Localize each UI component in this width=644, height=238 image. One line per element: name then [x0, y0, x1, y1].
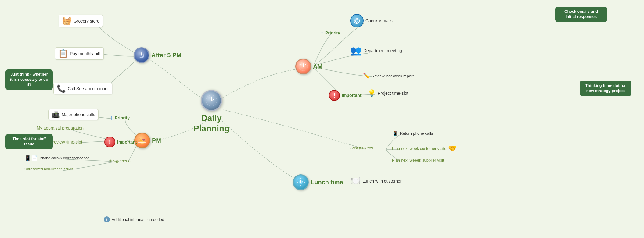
handshake-icon: 🤝 — [448, 144, 456, 152]
am-important-label: Important — [342, 93, 362, 98]
food-icon: 🍽️ — [351, 176, 361, 186]
svg-point-29 — [300, 182, 301, 183]
leaf-grocery: 🧺 Grocery store — [59, 15, 103, 27]
pm-important-node: ! Important — [104, 137, 137, 147]
pm-assignments-node: Assignments — [109, 158, 131, 163]
after5pm-node: After 5 PM — [134, 47, 182, 63]
staff-tooltip: Time-slot for staff issue — [5, 134, 53, 149]
center-node: Daily Planning — [198, 90, 225, 133]
pm-node: PM — [134, 133, 161, 148]
pm-priority-node: ↑ Priority — [110, 114, 130, 121]
leaf-return-phone: 📱 Return phone calls — [392, 130, 433, 136]
bulb-icon: 💡 — [368, 89, 376, 97]
lunch-customer-label: Lunch with customer — [362, 179, 401, 183]
review-label: Review last week report — [372, 74, 414, 78]
leaf-bill: 📋 Pay monthly bill — [55, 47, 104, 60]
svg-point-20 — [139, 140, 142, 141]
phone-major-label: Major phone calls — [62, 112, 95, 117]
am-important-icon: ! — [329, 90, 340, 101]
pm-assignments-label: Assignments — [109, 158, 131, 163]
svg-line-10 — [300, 64, 301, 65]
leaf-review: ✏️ Review last week report — [363, 73, 414, 79]
svg-point-6 — [141, 55, 142, 56]
additional-info-node: i Additional information needed — [104, 216, 164, 222]
after5pm-label: After 5 PM — [151, 52, 182, 59]
phone-corr-icon: 📱📄 — [24, 155, 38, 162]
leaf-supplier: Plan next weeek supplier visit — [392, 158, 444, 162]
center-label: Daily Planning — [193, 113, 229, 133]
check-emails-tooltip: Check emails and initial responses — [555, 7, 607, 22]
review-icon: ✏️ — [363, 73, 370, 79]
leaf-phone-correspondence: 📱📄 Phone calls & correspondence — [24, 155, 89, 162]
supplier-label: Plan next weeek supplier visit — [392, 158, 444, 162]
am-important-node: ! Important — [329, 90, 362, 101]
call-label: Call Sue about dinner — [68, 86, 109, 91]
non-urgent-label: Unresolved non-urgent issues — [24, 167, 73, 171]
am-priority-up-icon: ↑ — [320, 29, 323, 36]
pm-priority-label: Priority — [115, 115, 130, 120]
call-icon: 📞 — [57, 84, 66, 93]
leaf-call: 📞 Call Sue about dinner — [53, 83, 112, 94]
phone-major-icon: 📠 — [52, 111, 60, 119]
am-priority-node: ↑ Priority — [320, 29, 340, 36]
leaf-customer-visits: Plan next week customer visits 🤝 — [392, 144, 456, 152]
leaf-project: 💡 Project time-slot — [368, 89, 408, 97]
pm-important-label: Important — [117, 140, 137, 144]
mind-map-canvas: Daily Planning After 5 PM 🧺 Grocery stor… — [0, 0, 644, 238]
meeting-label: Department meeting — [363, 48, 402, 53]
pm-important-icon: ! — [104, 137, 115, 147]
project-label: Project time-slot — [378, 91, 408, 96]
appraisal-label: My appraisal preparation — [37, 126, 84, 130]
additional-info-label: Additional information needed — [112, 217, 164, 222]
grocery-icon: 🧺 — [62, 16, 72, 26]
phone-corr-label: Phone calls & correspondence — [40, 156, 89, 160]
right-assignments-label: Assignments — [350, 146, 373, 150]
grocery-label: Grocery store — [74, 19, 99, 23]
am-priority-label: Priority — [325, 30, 340, 35]
email-at-icon: @ — [350, 14, 364, 27]
leaf-phone-major: 📠 Major phone calls — [48, 109, 99, 120]
after5pm-clock-icon — [134, 47, 149, 63]
center-clock-icon — [201, 90, 222, 111]
svg-line-9 — [305, 64, 306, 65]
svg-point-19 — [142, 139, 145, 141]
leaf-appraisal: My appraisal preparation — [37, 126, 84, 130]
return-phone-icon: 📱 — [392, 130, 398, 136]
customer-visits-label: Plan next week customer visits — [392, 146, 446, 151]
am-node: AM — [295, 59, 322, 74]
am-label: AM — [313, 63, 322, 70]
bill-label: Pay monthly bill — [70, 51, 100, 56]
bill-icon: 📋 — [58, 49, 68, 58]
svg-line-17 — [139, 138, 140, 139]
pm-label: PM — [152, 137, 161, 144]
just-think-tooltip: Just think - whether it is necessary to … — [5, 69, 53, 90]
thinking-tooltip: Thinking time-slot for new strategy proj… — [580, 81, 631, 96]
svg-point-3 — [211, 100, 212, 101]
email-label: Check e-mails — [365, 18, 393, 23]
meeting-icon: 👥 — [350, 45, 362, 56]
svg-point-13 — [303, 66, 304, 67]
lunch-label: Lunch time — [311, 179, 343, 186]
lunch-clock-icon — [293, 174, 309, 190]
return-phone-label: Return phone calls — [400, 131, 433, 136]
leaf-lunch: 🍽️ Lunch with customer — [351, 176, 401, 186]
leaf-meeting: 👥 Department meeting — [350, 45, 402, 56]
leaf-email: @ Check e-mails — [350, 14, 393, 27]
leaf-non-urgent: Unresolved non-urgent issues — [24, 167, 73, 171]
pm-priority-up-icon: ↑ — [110, 114, 113, 121]
am-clock-icon — [295, 59, 311, 74]
info-icon: i — [104, 216, 110, 222]
right-assignments-node: Assignments — [350, 146, 373, 150]
lunch-node: Lunch time — [293, 174, 343, 190]
